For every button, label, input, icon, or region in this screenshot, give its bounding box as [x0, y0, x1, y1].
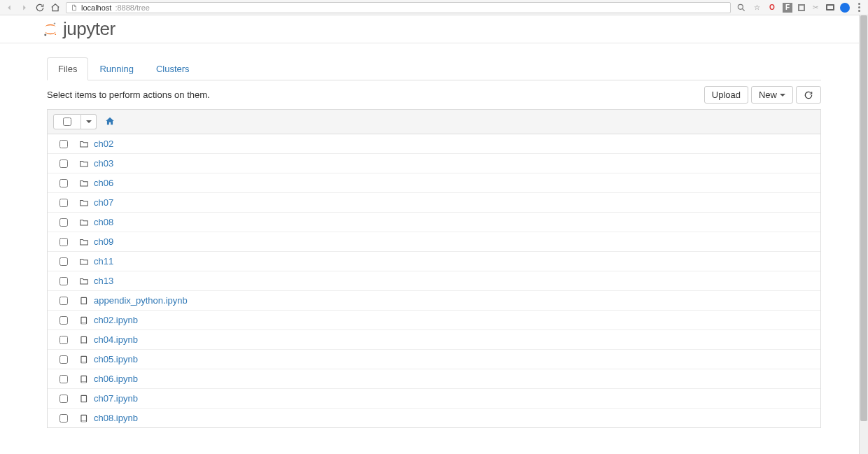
jupyter-logo-text: jupyter — [63, 18, 115, 40]
notebook-icon — [74, 315, 94, 325]
file-row: appendix_python.ipynb — [48, 291, 820, 311]
item-name-link[interactable]: appendix_python.ipynb — [94, 295, 188, 306]
caret-down-icon — [86, 120, 92, 123]
svg-point-2 — [44, 34, 46, 36]
ext-cast-icon[interactable] — [826, 4, 834, 10]
select-all-cb[interactable] — [63, 118, 71, 126]
row-checkbox-cell — [53, 297, 74, 305]
row-checkbox[interactable] — [59, 336, 68, 344]
jupyter-header: jupyter — [0, 15, 868, 43]
item-name-link[interactable]: ch02.ipynb — [94, 315, 138, 325]
file-row: ch05.ipynb — [48, 350, 820, 369]
scrollbar-thumb[interactable] — [860, 15, 867, 421]
star-icon[interactable]: ☆ — [752, 3, 762, 13]
item-name-link[interactable]: ch08.ipynb — [94, 413, 138, 423]
tab-files[interactable]: Files — [47, 57, 88, 80]
file-row: ch02 — [48, 134, 820, 154]
url-host: localhost — [81, 3, 111, 12]
page-scrollbar[interactable] — [859, 15, 868, 428]
tab-clusters[interactable]: Clusters — [145, 57, 201, 80]
svg-point-3 — [55, 34, 56, 35]
item-name-link[interactable]: ch09 — [94, 236, 113, 247]
ext-opera-icon[interactable]: O — [767, 3, 777, 13]
browser-home-icon[interactable] — [50, 3, 60, 13]
row-checkbox-cell — [53, 355, 74, 364]
row-checkbox[interactable] — [59, 316, 68, 325]
back-arrow-icon — [4, 3, 14, 13]
item-name-link[interactable]: ch06 — [94, 178, 113, 188]
notebook-icon — [74, 296, 94, 306]
item-name-link[interactable]: ch05.ipynb — [94, 354, 138, 364]
row-checkbox[interactable] — [59, 375, 68, 383]
page-info-icon — [71, 4, 78, 11]
ext-scissors-icon[interactable]: ✂ — [811, 3, 820, 13]
row-checkbox-cell — [53, 375, 74, 383]
tab-running[interactable]: Running — [88, 57, 144, 80]
new-button-label: New — [759, 90, 777, 100]
folder-icon — [74, 178, 94, 188]
select-all-checkbox[interactable] — [53, 114, 81, 129]
row-checkbox-cell — [53, 179, 74, 187]
ext-f-icon[interactable]: F — [783, 3, 792, 13]
file-row: ch08.ipynb — [48, 409, 820, 427]
file-row: ch07.ipynb — [48, 389, 820, 409]
item-name-link[interactable]: ch13 — [94, 276, 113, 286]
item-name-link[interactable]: ch06.ipynb — [94, 374, 138, 384]
notebook-icon — [74, 394, 94, 404]
new-button[interactable]: New — [751, 86, 793, 104]
reload-icon[interactable] — [35, 3, 45, 13]
list-header — [47, 109, 821, 134]
ext-square-icon[interactable] — [798, 4, 805, 11]
file-list: ch02ch03ch06ch07ch08ch09ch11ch13appendix… — [47, 134, 821, 428]
item-name-link[interactable]: ch08 — [94, 217, 113, 227]
row-checkbox-cell — [53, 218, 74, 227]
row-checkbox[interactable] — [59, 395, 68, 403]
row-checkbox[interactable] — [59, 238, 68, 246]
row-checkbox[interactable] — [59, 140, 68, 148]
file-row: ch11 — [48, 252, 820, 271]
url-bar[interactable]: localhost:8888/tree — [66, 2, 731, 13]
url-path: :8888/tree — [115, 3, 150, 12]
ext-blue-icon[interactable] — [840, 3, 850, 13]
row-checkbox-cell — [53, 395, 74, 403]
file-row: ch03 — [48, 154, 820, 173]
row-checkbox[interactable] — [59, 414, 68, 423]
file-row: ch08 — [48, 213, 820, 232]
row-checkbox-cell — [53, 238, 74, 246]
row-checkbox-cell — [53, 159, 74, 168]
row-checkbox-cell — [53, 257, 74, 266]
row-checkbox[interactable] — [59, 355, 68, 364]
row-checkbox[interactable] — [59, 199, 68, 207]
zoom-icon[interactable] — [736, 3, 746, 13]
folder-icon — [74, 237, 94, 247]
svg-point-0 — [738, 4, 743, 9]
main-container: Files Running Clusters Select items to p… — [47, 57, 821, 428]
row-checkbox[interactable] — [59, 159, 68, 168]
row-checkbox[interactable] — [59, 179, 68, 187]
notebook-icon — [74, 413, 94, 423]
item-name-link[interactable]: ch07.ipynb — [94, 393, 138, 404]
row-checkbox[interactable] — [59, 297, 68, 305]
item-name-link[interactable]: ch11 — [94, 256, 113, 267]
item-name-link[interactable]: ch02 — [94, 139, 113, 149]
forward-arrow-icon — [20, 3, 29, 13]
jupyter-logo[interactable]: jupyter — [42, 18, 115, 40]
refresh-icon — [804, 90, 813, 100]
row-checkbox[interactable] — [59, 277, 68, 285]
item-name-link[interactable]: ch04.ipynb — [94, 334, 138, 345]
chrome-actions: ☆ O F ✂ — [736, 3, 864, 13]
row-checkbox[interactable] — [59, 218, 68, 227]
file-row: ch09 — [48, 232, 820, 252]
refresh-button[interactable] — [796, 86, 821, 104]
file-row: ch13 — [48, 271, 820, 291]
row-checkbox-cell — [53, 140, 74, 148]
item-name-link[interactable]: ch07 — [94, 197, 113, 208]
browser-chrome: localhost:8888/tree ☆ O F ✂ — [0, 0, 868, 15]
hint-text: Select items to perform actions on them. — [47, 90, 210, 100]
chrome-menu-icon[interactable] — [858, 3, 861, 12]
select-dropdown[interactable] — [81, 114, 97, 129]
breadcrumb-home[interactable] — [105, 116, 115, 128]
row-checkbox[interactable] — [59, 257, 68, 266]
upload-button[interactable]: Upload — [704, 86, 748, 104]
item-name-link[interactable]: ch03 — [94, 158, 113, 169]
